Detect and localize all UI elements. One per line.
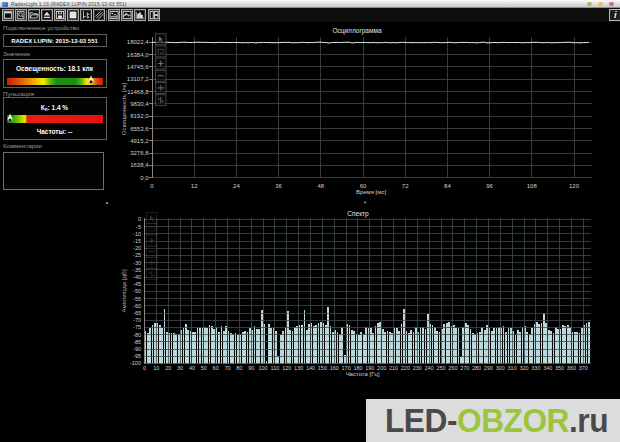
- svg-text:-30: -30: [133, 260, 141, 266]
- svg-text:Освещенность [лк]: Освещенность [лк]: [121, 83, 127, 136]
- svg-text:108: 108: [527, 183, 538, 189]
- svg-text:18022,4: 18022,4: [127, 39, 149, 45]
- svg-text:140: 140: [306, 365, 315, 371]
- svg-text:-45: -45: [133, 281, 141, 287]
- svg-text:0: 0: [143, 365, 146, 371]
- svg-text:12: 12: [191, 183, 198, 189]
- svg-text:6553,6: 6553,6: [130, 126, 149, 132]
- svg-text:11468,8: 11468,8: [127, 89, 149, 95]
- svg-text:50: 50: [201, 365, 207, 371]
- svg-text:210: 210: [389, 365, 398, 371]
- svg-text:-20: -20: [133, 245, 141, 251]
- svg-text:120: 120: [282, 365, 291, 371]
- svg-text:160: 160: [330, 365, 339, 371]
- svg-text:-5: -5: [136, 224, 141, 230]
- svg-text:1638,4: 1638,4: [130, 162, 149, 168]
- svg-text:Осциллограмма: Осциллограмма: [332, 27, 381, 35]
- svg-text:220: 220: [401, 365, 410, 371]
- svg-text:84: 84: [444, 183, 451, 189]
- svg-text:180: 180: [353, 365, 362, 371]
- svg-text:-85: -85: [133, 339, 141, 345]
- svg-text:320: 320: [519, 365, 528, 371]
- svg-text:340: 340: [543, 365, 552, 371]
- svg-text:-40: -40: [133, 274, 141, 280]
- svg-text:Амплитуда [дБ]: Амплитуда [дБ]: [121, 269, 127, 312]
- svg-text:110: 110: [271, 365, 280, 371]
- svg-text:280: 280: [472, 365, 481, 371]
- svg-text:-55: -55: [133, 296, 141, 302]
- svg-text:20: 20: [165, 365, 171, 371]
- svg-text:9830,4: 9830,4: [130, 101, 149, 107]
- svg-text:Время [мс]: Время [мс]: [356, 189, 387, 195]
- svg-text:48: 48: [317, 183, 324, 189]
- svg-text:90: 90: [248, 365, 254, 371]
- svg-text:8192,0: 8192,0: [130, 113, 149, 119]
- svg-text:10: 10: [153, 365, 159, 371]
- svg-text:150: 150: [318, 365, 327, 371]
- svg-text:-90: -90: [133, 346, 141, 352]
- svg-text:16384,0: 16384,0: [127, 52, 149, 58]
- svg-text:240: 240: [425, 365, 434, 371]
- svg-text:-80: -80: [133, 332, 141, 338]
- svg-text:24: 24: [233, 183, 240, 189]
- svg-text:-75: -75: [133, 324, 141, 330]
- svg-text:-10: -10: [133, 231, 141, 237]
- svg-text:290: 290: [484, 365, 493, 371]
- svg-text:80: 80: [236, 365, 242, 371]
- svg-text:36: 36: [275, 183, 282, 189]
- svg-text:0: 0: [138, 216, 141, 222]
- svg-text:-95: -95: [133, 353, 141, 359]
- svg-text:3276,8: 3276,8: [130, 150, 149, 156]
- svg-text:-25: -25: [133, 252, 141, 258]
- svg-text:-65: -65: [133, 310, 141, 316]
- svg-text:i: i: [613, 9, 616, 20]
- svg-text:-100: -100: [130, 360, 141, 366]
- svg-text:13107,2: 13107,2: [127, 76, 149, 82]
- svg-text:30: 30: [177, 365, 183, 371]
- svg-text:170: 170: [342, 365, 351, 371]
- svg-text:200: 200: [377, 365, 386, 371]
- svg-text:100: 100: [259, 365, 268, 371]
- svg-text:4915,2: 4915,2: [130, 138, 149, 144]
- svg-text:190: 190: [365, 365, 374, 371]
- svg-text:96: 96: [486, 183, 493, 189]
- svg-text:360: 360: [567, 365, 576, 371]
- svg-text:0: 0: [150, 183, 154, 189]
- svg-text:130: 130: [294, 365, 303, 371]
- svg-text:300: 300: [496, 365, 505, 371]
- svg-text:60: 60: [213, 365, 219, 371]
- svg-text:72: 72: [402, 183, 409, 189]
- svg-text:370: 370: [579, 365, 588, 371]
- svg-text:270: 270: [460, 365, 469, 371]
- svg-text:230: 230: [413, 365, 422, 371]
- svg-text:-70: -70: [133, 317, 141, 323]
- svg-text:250: 250: [436, 365, 445, 371]
- svg-text:350: 350: [555, 365, 564, 371]
- svg-text:330: 330: [531, 365, 540, 371]
- svg-text:310: 310: [508, 365, 517, 371]
- svg-text:120: 120: [569, 183, 580, 189]
- svg-text:14745,6: 14745,6: [127, 64, 149, 70]
- svg-text:Частота [Гц]: Частота [Гц]: [346, 371, 380, 377]
- svg-text:-35: -35: [133, 267, 141, 273]
- svg-text:Спектр: Спектр: [347, 210, 369, 218]
- svg-text:0,0: 0,0: [140, 175, 149, 181]
- svg-text:-50: -50: [133, 288, 141, 294]
- svg-text:260: 260: [448, 365, 457, 371]
- svg-text:70: 70: [224, 365, 230, 371]
- svg-text:40: 40: [189, 365, 195, 371]
- svg-text:-60: -60: [133, 303, 141, 309]
- svg-text:-15: -15: [133, 238, 141, 244]
